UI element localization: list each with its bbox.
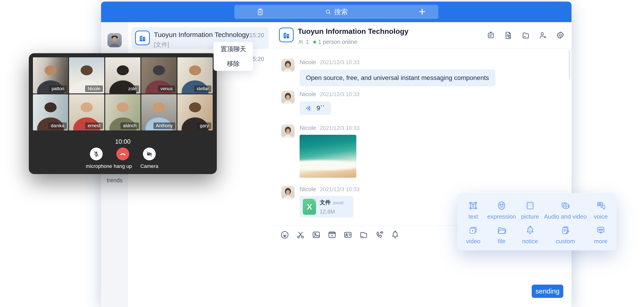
participant-name: stellar	[194, 85, 211, 92]
conversation-title: Tuoyun Information Technology	[154, 31, 249, 39]
participant-tile: aldrich	[105, 94, 140, 130]
avatar[interactable]	[281, 91, 294, 104]
hang-up-button[interactable]: hang up	[111, 147, 135, 170]
top-bar: 搜索 +	[101, 1, 572, 22]
sender-name: Nicole	[300, 124, 316, 132]
avatar[interactable]	[281, 59, 294, 72]
avatar[interactable]	[281, 124, 294, 138]
file-bubble[interactable]: X 文件.excel 12.8M	[300, 196, 354, 218]
participant-tile: gary	[178, 94, 213, 130]
message-file: Nicole 2021/12/3 10:33 X 文件.excel 12.8M	[281, 186, 360, 218]
image-bubble-beach-photo[interactable]	[300, 135, 356, 178]
contact-card-icon[interactable]	[343, 230, 353, 240]
menu-item-pin-chat[interactable]: 置顶聊天	[214, 42, 253, 56]
screenshot-scissors-icon[interactable]	[296, 230, 305, 240]
member-count: 1	[306, 39, 309, 45]
feature-voice[interactable]: voice	[586, 198, 615, 223]
custom-icon	[560, 225, 571, 236]
participant-name: venus	[158, 85, 175, 92]
microphone-muted-icon	[90, 148, 103, 160]
menu-item-remove[interactable]: 移除	[214, 56, 253, 71]
file-size: 12.8M	[320, 209, 344, 215]
group-avatar-icon	[279, 28, 294, 42]
camera-button[interactable]: Camera	[138, 147, 161, 170]
call-controls: microphone hang up Camera	[29, 147, 217, 170]
participant-tile: patton	[33, 57, 68, 93]
settings-icon[interactable]	[556, 31, 565, 39]
participant-tile: Nicole	[69, 57, 104, 93]
feature-notice[interactable]: notice	[516, 223, 544, 247]
voice-bubble[interactable]: 9``	[300, 101, 331, 115]
sender-name: Nicole	[300, 91, 316, 98]
chat-header: Tuoyun Information Technology 1 1 person…	[272, 22, 572, 48]
participant-name: Anthony	[154, 122, 175, 129]
current-user-avatar[interactable]	[108, 33, 122, 47]
feature-label: file	[498, 238, 506, 245]
search-icon	[325, 9, 332, 15]
online-dot	[313, 41, 316, 43]
feature-video[interactable]: video	[459, 223, 487, 247]
call-timer: 10:00	[29, 138, 217, 145]
chat-title: Tuoyun Information Technology	[298, 27, 408, 36]
participant-name: patton	[49, 85, 67, 92]
picture-icon	[524, 200, 536, 211]
feature-label: picture	[521, 213, 539, 220]
files-icon[interactable]	[521, 31, 530, 39]
scrollbar[interactable]	[569, 50, 570, 80]
add-member-icon[interactable]	[538, 31, 547, 39]
participant-name: gary	[197, 122, 211, 129]
participant-name: ernest	[85, 122, 103, 129]
announcement-icon[interactable]	[486, 31, 495, 39]
excel-file-icon: X	[303, 199, 316, 215]
feature-label: video	[466, 238, 480, 245]
video-call-icon[interactable]	[374, 230, 384, 240]
avatar[interactable]	[281, 186, 294, 199]
message-image: Nicole 2021/12/3 10:33	[281, 124, 360, 178]
chat-pane: Tuoyun Information Technology 1 1 person…	[272, 22, 572, 307]
notification-bell-icon[interactable]	[390, 230, 400, 240]
audio-video-icon	[560, 200, 571, 211]
hang-up-icon	[116, 148, 129, 160]
text-icon	[468, 200, 479, 211]
feature-more[interactable]: more	[586, 223, 615, 247]
text-bubble[interactable]: Open source, free, and universal instant…	[300, 69, 495, 86]
search-field[interactable]: 搜索	[234, 5, 438, 19]
feature-text[interactable]: text	[459, 198, 487, 223]
emoji-icon[interactable]	[280, 230, 290, 240]
feature-label: voice	[594, 213, 608, 220]
plus-icon[interactable]: +	[419, 6, 426, 17]
voice-duration: 9``	[316, 104, 324, 112]
folder-icon[interactable]	[359, 230, 368, 240]
voice-icon	[595, 200, 606, 211]
microphone-button[interactable]: microphone	[84, 147, 108, 170]
send-button[interactable]: sending	[532, 285, 563, 298]
hang-up-label: hang up	[114, 163, 132, 169]
microphone-label: microphone	[86, 163, 112, 169]
participant-tile: ernest	[69, 94, 104, 130]
feature-label: text	[468, 213, 478, 220]
message-time: 2021/12/3 10:33	[320, 91, 360, 97]
message-time: 2021/12/3 10:33	[320, 125, 360, 131]
feature-audio-video[interactable]: Audio and video	[544, 198, 586, 223]
sender-name: Nicole	[300, 186, 316, 193]
feature-panel: text expression picture Audio and video …	[458, 193, 616, 250]
more-icon	[595, 225, 606, 236]
feature-picture[interactable]: picture	[516, 198, 544, 223]
voice-wave-icon	[305, 105, 312, 112]
feature-label: expression	[487, 213, 516, 220]
chat-history-search-icon[interactable]	[504, 31, 512, 39]
app-screenshot: 搜索 + trends Tuoyun Information Technolog…	[0, 0, 644, 307]
feature-expression[interactable]: expression	[487, 198, 516, 223]
participant-grid: patton Nicole zole venus stellar danika …	[33, 57, 213, 130]
trends-label: trends	[101, 177, 128, 184]
search-bar[interactable]: 搜索 +	[234, 5, 438, 19]
feature-custom[interactable]: custom	[544, 223, 586, 247]
feature-file[interactable]: file	[487, 223, 516, 247]
image-icon[interactable]	[312, 230, 321, 240]
video-message-icon[interactable]	[327, 230, 337, 240]
members-icon	[298, 39, 304, 45]
participant-name: zole	[126, 85, 139, 92]
feature-label: Audio and video	[544, 213, 586, 220]
feature-label: more	[594, 238, 608, 245]
participant-name: danika	[48, 122, 67, 129]
